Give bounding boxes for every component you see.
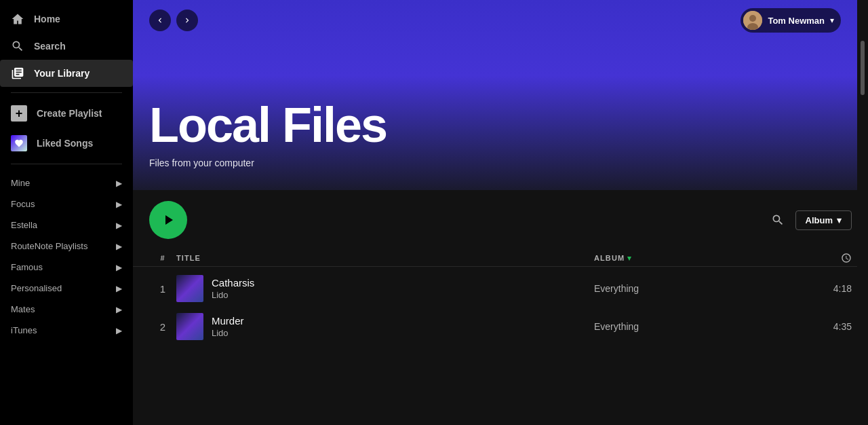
sidebar-item-focus[interactable]: Focus ▶ bbox=[0, 193, 133, 215]
liked-songs-button[interactable]: Liked Songs bbox=[0, 128, 133, 158]
sort-arrow-icon: ▾ bbox=[627, 254, 632, 263]
chevron-right-icon: ▶ bbox=[116, 326, 122, 335]
main-content: Tom Newman ▾ Local Files Files from your… bbox=[133, 0, 868, 425]
sidebar-categories: Mine ▶ Focus ▶ Estella ▶ RouteNote Playl… bbox=[0, 170, 133, 344]
track-name: Catharsis bbox=[212, 277, 254, 289]
track-artist: Lido bbox=[212, 290, 254, 300]
sidebar-item-home[interactable]: Home bbox=[0, 5, 133, 33]
chevron-right-icon: ▶ bbox=[116, 221, 122, 230]
track-row[interactable]: 1 Catharsis Lido Everything 4:18 bbox=[133, 270, 868, 308]
search-tracks-button[interactable] bbox=[771, 213, 785, 227]
col-header-title: TITLE bbox=[176, 253, 594, 263]
svg-point-1 bbox=[749, 15, 756, 22]
nav-buttons bbox=[149, 10, 198, 31]
chevron-right-icon: ▶ bbox=[116, 200, 122, 209]
chevron-right-icon: ▶ bbox=[116, 242, 122, 251]
sidebar-divider bbox=[11, 92, 122, 93]
chevron-right-icon: ▶ bbox=[116, 284, 122, 293]
chevron-right-icon: ▶ bbox=[116, 179, 122, 188]
table-header: # TITLE ALBUM ▾ bbox=[133, 250, 868, 267]
track-artist: Lido bbox=[212, 328, 244, 338]
topbar: Tom Newman ▾ bbox=[133, 0, 857, 41]
page-title: Local Files bbox=[149, 100, 852, 149]
track-duration: 4:35 bbox=[797, 321, 852, 332]
track-text: Catharsis Lido bbox=[212, 277, 254, 300]
library-icon bbox=[11, 67, 24, 80]
scrollbar-thumb[interactable] bbox=[861, 41, 865, 95]
album-sort-dropdown[interactable]: Album ▾ bbox=[795, 210, 852, 230]
sidebar-item-mates[interactable]: Mates ▶ bbox=[0, 299, 133, 320]
sidebar-item-search[interactable]: Search bbox=[0, 33, 133, 60]
col-header-album[interactable]: ALBUM ▾ bbox=[594, 253, 797, 263]
username: Tom Newman bbox=[768, 16, 825, 26]
chevron-right-icon: ▶ bbox=[116, 305, 122, 314]
scrollbar[interactable] bbox=[857, 0, 868, 425]
sidebar-item-mine[interactable]: Mine ▶ bbox=[0, 172, 133, 193]
track-thumbnail bbox=[176, 275, 203, 302]
search-icon bbox=[11, 39, 24, 53]
forward-button[interactable] bbox=[176, 10, 198, 31]
back-button[interactable] bbox=[149, 10, 171, 31]
sidebar-item-itunes[interactable]: iTunes ▶ bbox=[0, 320, 133, 341]
dropdown-arrow-icon: ▾ bbox=[830, 16, 834, 25]
avatar bbox=[743, 11, 762, 30]
user-profile[interactable]: Tom Newman ▾ bbox=[741, 8, 841, 33]
track-text: Murder Lido bbox=[212, 315, 244, 338]
home-icon bbox=[11, 12, 24, 26]
sidebar-divider-2 bbox=[11, 164, 122, 164]
track-album: Everything bbox=[594, 321, 797, 332]
toolbar-right: Album ▾ bbox=[771, 210, 852, 230]
sidebar-item-library[interactable]: Your Library bbox=[0, 60, 133, 87]
sidebar-item-routenote[interactable]: RouteNote Playlists ▶ bbox=[0, 236, 133, 257]
col-header-num: # bbox=[149, 253, 176, 263]
sidebar-item-famous[interactable]: Famous ▶ bbox=[0, 257, 133, 278]
sidebar-item-personalised[interactable]: Personalised ▶ bbox=[0, 278, 133, 299]
track-name: Murder bbox=[212, 315, 244, 327]
track-row[interactable]: 2 Murder Lido Everything 4:35 bbox=[133, 308, 868, 346]
track-duration: 4:18 bbox=[797, 283, 852, 294]
plus-icon: + bbox=[11, 105, 27, 122]
sidebar: Home Search Your Library + Create Playli… bbox=[0, 0, 133, 425]
heart-icon bbox=[11, 135, 27, 151]
track-album: Everything bbox=[594, 283, 797, 294]
track-number: 1 bbox=[149, 283, 176, 295]
track-thumbnail bbox=[176, 313, 203, 340]
page-subtitle: Files from your computer bbox=[149, 158, 852, 168]
col-header-duration bbox=[797, 253, 852, 263]
track-info: Catharsis Lido bbox=[176, 275, 594, 302]
dropdown-arrow-icon: ▾ bbox=[837, 215, 842, 225]
track-number: 2 bbox=[149, 321, 176, 333]
track-info: Murder Lido bbox=[176, 313, 594, 340]
chevron-right-icon: ▶ bbox=[116, 263, 122, 272]
toolbar: Album ▾ bbox=[133, 190, 868, 250]
content-area: Album ▾ # TITLE ALBUM ▾ bbox=[133, 190, 868, 425]
create-playlist-button[interactable]: + Create Playlist bbox=[0, 98, 133, 128]
sidebar-item-estella[interactable]: Estella ▶ bbox=[0, 215, 133, 236]
play-button[interactable] bbox=[149, 201, 187, 239]
